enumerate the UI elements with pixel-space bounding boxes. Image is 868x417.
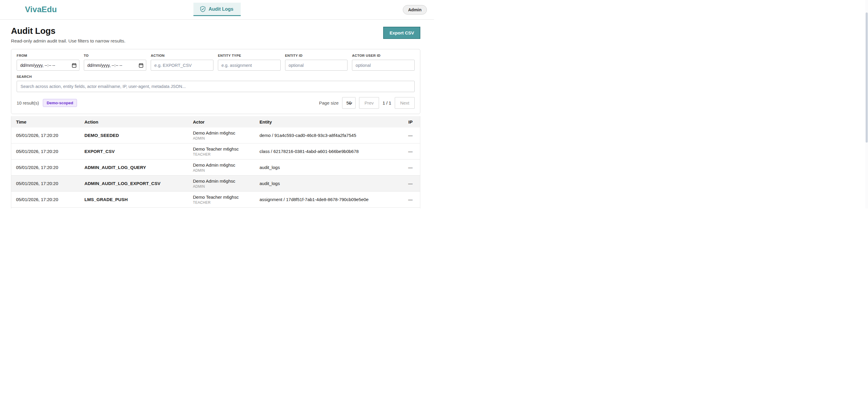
cell-entity: assignment / 17d8f51f-7ab1-4de8-8678-790… (255, 197, 388, 202)
cell-ip: — (388, 133, 420, 138)
demo-scoped-badge: Demo-scoped (43, 99, 77, 107)
cell-ip: — (388, 181, 420, 186)
actor-role: ADMIN (193, 136, 255, 140)
cell-actor: Demo Admin m6ghsc ADMIN (188, 163, 255, 173)
cell-action: ADMIN_AUDIT_LOG_EXPORT_CSV (80, 181, 188, 186)
filter-actor-user-id-label: ACTOR USER ID (352, 54, 415, 57)
cell-entity: class / 62178216-0381-4abd-a601-b66be9b0… (255, 149, 388, 154)
column-header-action: Action (80, 119, 188, 125)
table-row: 05/01/2026, 17:20:20 DEMO_SEEDED Demo Ad… (11, 128, 420, 143)
actor-name: Demo Admin m6ghsc (193, 178, 255, 183)
top-bar: VivaEdu Audit Logs Admin (0, 0, 434, 20)
actor-role: TEACHER (193, 152, 255, 157)
page-indicator: 1 / 1 (382, 100, 391, 105)
filter-entity-id: ENTITY ID (285, 54, 348, 71)
cell-ip: — (388, 165, 420, 170)
calendar-icon[interactable] (139, 63, 143, 68)
cell-action: EXPORT_CSV (80, 149, 188, 154)
page-head-text: Audit Logs Read-only admin audit trail. … (11, 26, 125, 44)
cell-actor: Demo Admin m6ghsc ADMIN (188, 130, 255, 140)
filter-to-input[interactable] (84, 60, 147, 71)
column-header-ip: IP (388, 119, 420, 125)
filter-from-input[interactable] (17, 60, 80, 71)
chevron-down-icon (349, 102, 352, 105)
filters-grid: FROM TO (17, 54, 415, 71)
role-badge: Admin (403, 5, 427, 14)
page-size-select[interactable]: 50 (342, 97, 355, 109)
filter-entity-type-label: ENTITY TYPE (218, 54, 281, 57)
cell-action: ADMIN_AUDIT_LOG_QUERY (80, 165, 188, 170)
cell-ip: — (388, 197, 420, 202)
results-toolbar: 10 result(s) Demo-scoped Page size 50 Pr… (17, 97, 415, 109)
page-size-label: Page size (319, 100, 339, 105)
partial-next-row (11, 208, 420, 209)
cell-time: 05/01/2026, 17:20:20 (11, 197, 80, 202)
filter-entity-id-label: ENTITY ID (285, 54, 348, 57)
tab-audit-logs-label: Audit Logs (209, 6, 234, 12)
next-page-button[interactable]: Next (395, 97, 415, 109)
filter-action-input[interactable] (151, 60, 213, 71)
main-content: Audit Logs Read-only admin audit trail. … (0, 26, 434, 209)
search-label: SEARCH (17, 75, 415, 78)
actor-role: ADMIN (193, 184, 255, 188)
filter-actor-user-id-input[interactable] (352, 60, 415, 71)
cell-time: 05/01/2026, 17:20:20 (11, 149, 80, 154)
pagination: Page size 50 Prev 1 / 1 Next (319, 97, 415, 109)
filter-from: FROM (17, 54, 80, 71)
page-subtitle: Read-only admin audit trail. Use filters… (11, 38, 125, 44)
table-body: 05/01/2026, 17:20:20 DEMO_SEEDED Demo Ad… (11, 128, 420, 208)
column-header-entity: Entity (255, 119, 388, 125)
column-header-actor: Actor (188, 119, 255, 125)
shield-check-icon (200, 6, 206, 12)
cell-actor: Demo Admin m6ghsc ADMIN (188, 178, 255, 188)
table-row: 05/01/2026, 17:20:20 LMS_GRADE_PUSH Demo… (11, 192, 420, 208)
cell-time: 05/01/2026, 17:20:20 (11, 181, 80, 186)
filter-from-label: FROM (17, 54, 80, 57)
page-head: Audit Logs Read-only admin audit trail. … (11, 26, 420, 44)
cell-action: DEMO_SEEDED (80, 133, 188, 138)
cell-actor: Demo Teacher m6ghsc TEACHER (188, 146, 255, 157)
prev-page-button[interactable]: Prev (359, 97, 379, 109)
export-csv-button[interactable]: Export CSV (383, 27, 420, 39)
table-row: 05/01/2026, 17:20:20 ADMIN_AUDIT_LOG_EXP… (11, 176, 420, 192)
filters-panel: FROM TO (11, 49, 420, 114)
results-count: 10 result(s) (17, 100, 39, 105)
filter-action-label: ACTION (151, 54, 213, 57)
tab-audit-logs[interactable]: Audit Logs (193, 3, 241, 16)
page-title: Audit Logs (11, 26, 125, 36)
actor-role: TEACHER (193, 201, 255, 205)
table-row: 05/01/2026, 17:20:20 EXPORT_CSV Demo Tea… (11, 143, 420, 160)
filter-entity-type: ENTITY TYPE (218, 54, 281, 71)
actor-name: Demo Admin m6ghsc (193, 163, 255, 168)
calendar-icon[interactable] (72, 63, 76, 68)
actor-name: Demo Teacher m6ghsc (193, 146, 255, 151)
cell-entity: audit_logs (255, 181, 388, 186)
filter-to: TO (84, 54, 147, 71)
actor-name: Demo Admin m6ghsc (193, 130, 255, 135)
filter-entity-id-input[interactable] (285, 60, 348, 71)
filter-to-label: TO (84, 54, 147, 57)
cell-actor: Demo Teacher m6ghsc TEACHER (188, 195, 255, 205)
filter-actor-user-id: ACTOR USER ID (352, 54, 415, 71)
search-input[interactable] (17, 81, 415, 92)
cell-entity: demo / 91a4c593-cad0-46c8-93c3-a8f4a2fa7… (255, 133, 388, 138)
cell-action: LMS_GRADE_PUSH (80, 197, 188, 202)
filter-action: ACTION (151, 54, 213, 71)
table-row: 05/01/2026, 17:20:20 ADMIN_AUDIT_LOG_QUE… (11, 160, 420, 176)
cell-time: 05/01/2026, 17:20:20 (11, 165, 80, 170)
search-section: SEARCH (17, 75, 415, 92)
audit-log-table: Time Action Actor Entity IP 05/01/2026, … (11, 116, 420, 209)
app-logo: VivaEdu (25, 5, 57, 14)
cell-time: 05/01/2026, 17:20:20 (11, 133, 80, 138)
actor-name: Demo Teacher m6ghsc (193, 195, 255, 200)
column-header-time: Time (11, 119, 80, 125)
cell-ip: — (388, 149, 420, 154)
actor-role: ADMIN (193, 168, 255, 173)
filter-entity-type-input[interactable] (218, 60, 281, 71)
cell-entity: audit_logs (255, 165, 388, 170)
table-header-row: Time Action Actor Entity IP (11, 116, 420, 128)
